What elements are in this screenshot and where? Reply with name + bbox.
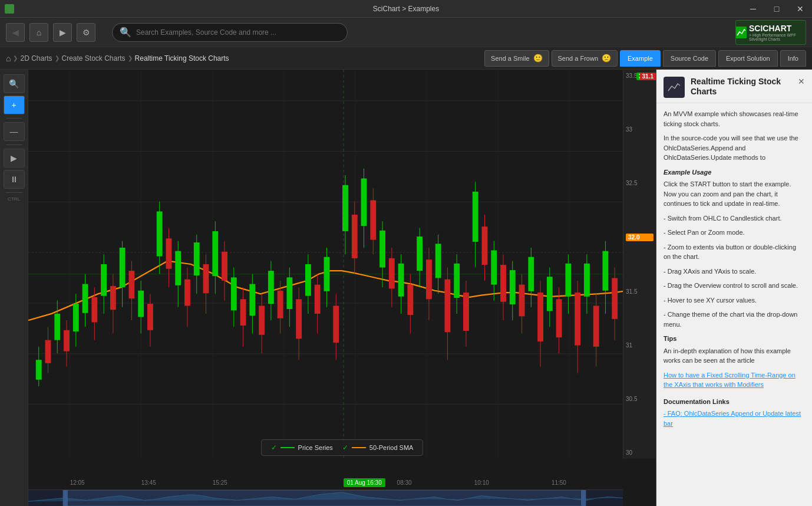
date-tooltip: 01 Aug 16:30: [344, 478, 385, 487]
send-smile-button[interactable]: Send a Smile 🙂: [484, 50, 549, 67]
forward-button[interactable]: ▶: [53, 23, 72, 42]
svg-rect-23: [64, 330, 70, 351]
right-panel: Realtime Ticking Stock Charts ✕ An MVVM …: [656, 70, 812, 506]
svg-rect-75: [305, 264, 311, 296]
svg-rect-49: [184, 280, 190, 306]
zoom-tool[interactable]: 🔍: [4, 74, 25, 93]
maximize-button[interactable]: □: [765, 0, 788, 18]
breadcrumb-sep-1: ❯: [13, 55, 18, 61]
svg-rect-99: [417, 236, 422, 271]
y-axis: 33.5 33 32.5 32.0 31.5 31.71 31.1 31 30.…: [623, 70, 656, 459]
breadcrumb-bar: ⌂ ❯ 2D Charts ❯ Create Stock Charts ❯ Re…: [0, 47, 812, 70]
fixed-scrolling-link[interactable]: How to have a Fixed Scrolling Time-Range…: [664, 372, 796, 389]
back-button[interactable]: ◀: [6, 23, 25, 42]
tab-export[interactable]: Export Solution: [718, 50, 778, 67]
faq-link[interactable]: - FAQ: OhlcDataSeries Append or Update l…: [664, 410, 801, 427]
y-label-305: 30.5: [626, 396, 653, 402]
svg-rect-47: [175, 251, 181, 285]
crosshair-tool[interactable]: +: [4, 96, 25, 114]
breadcrumb-2d-charts[interactable]: 2D Charts: [20, 54, 52, 63]
svg-rect-89: [370, 200, 376, 239]
settings-button[interactable]: ⚙: [77, 23, 95, 42]
svg-rect-69: [278, 291, 283, 318]
send-frown-button[interactable]: Send a Frown 🙁: [552, 50, 618, 67]
svg-rect-19: [45, 340, 51, 363]
svg-rect-133: [575, 293, 580, 345]
x-label-1: 12:05: [70, 479, 85, 486]
svg-rect-119: [510, 270, 516, 304]
svg-rect-55: [212, 231, 218, 276]
breadcrumb-sep-3: ❯: [128, 55, 133, 61]
logo-subtitle: > High Performance WPF Silverlight Chart…: [749, 33, 806, 41]
pause-tool[interactable]: ⏸: [4, 170, 25, 189]
svg-rect-45: [166, 238, 172, 268]
y-label-31: 31: [626, 342, 653, 349]
svg-rect-51: [194, 242, 200, 275]
price-series-check: ✓: [271, 443, 277, 452]
svg-rect-93: [389, 258, 395, 288]
tips-list: - Switch from OHLC to Candlestick chart.…: [664, 213, 805, 330]
logo-text: SCICHART: [749, 24, 806, 33]
overview-svg: [28, 490, 623, 506]
svg-rect-146: [581, 490, 586, 506]
svg-rect-145: [63, 490, 68, 506]
tip-4: - Drag XAxis and YAxis to scale.: [664, 267, 805, 277]
tab-info[interactable]: Info: [780, 50, 806, 67]
tips-title: Tips: [664, 334, 805, 344]
y-label-30: 30: [626, 449, 653, 456]
frown-icon: 🙁: [602, 54, 611, 63]
svg-rect-29: [91, 297, 97, 323]
tab-example[interactable]: Example: [620, 50, 661, 67]
close-panel-button[interactable]: ✕: [798, 77, 805, 86]
breadcrumb-create-stock[interactable]: Create Stock Charts: [62, 54, 126, 63]
tab-source-code[interactable]: Source Code: [663, 50, 716, 67]
panel-icon: [664, 77, 685, 98]
legend-sma: ✓ 50-Period SMA: [342, 443, 414, 452]
svg-rect-91: [379, 231, 385, 268]
breadcrumb-sep-2: ❯: [55, 55, 60, 61]
search-input[interactable]: [136, 28, 340, 37]
svg-rect-144: [63, 490, 586, 506]
svg-rect-41: [147, 304, 153, 330]
minimize-button[interactable]: ─: [741, 0, 765, 18]
svg-rect-139: [603, 251, 609, 291]
price-series-line: [280, 447, 295, 448]
overview-control[interactable]: [28, 489, 623, 506]
svg-rect-33: [110, 286, 116, 310]
sma-price-label: 32.0: [626, 234, 653, 241]
tooltip-price-label: 31.1: [640, 73, 656, 80]
svg-rect-65: [259, 305, 265, 334]
svg-rect-103: [435, 244, 441, 278]
close-button[interactable]: ✕: [788, 0, 812, 18]
breadcrumb-home[interactable]: ⌂: [6, 54, 11, 63]
search-icon: 🔍: [120, 27, 131, 38]
chart-legend: ✓ Price Series ✓ 50-Period SMA: [261, 439, 424, 456]
svg-rect-81: [333, 305, 339, 343]
tip-5: - Drag the Overview control to scroll an…: [664, 281, 805, 291]
svg-rect-97: [407, 285, 413, 315]
x-label-7: 11:50: [552, 479, 566, 486]
svg-rect-127: [547, 277, 553, 311]
svg-rect-109: [463, 293, 469, 331]
play-tool[interactable]: ▶: [4, 149, 25, 167]
description-1: An MVVM example which showcases real-tim…: [664, 109, 805, 129]
svg-rect-111: [473, 192, 478, 242]
x-label-5: 08:30: [397, 479, 412, 486]
home-button[interactable]: ⌂: [29, 23, 48, 42]
search-bar: 🔍: [112, 23, 348, 42]
svg-rect-131: [565, 264, 571, 297]
svg-rect-113: [482, 226, 488, 265]
svg-rect-95: [398, 264, 404, 297]
tip-1: - Switch from OHLC to Candlestick chart.: [664, 213, 805, 224]
titlebar: SciChart > Examples ─ □ ✕: [0, 0, 812, 18]
chart-area[interactable]: 33.5 33 32.5 32.0 31.5 31.71 31.1 31 30.…: [28, 70, 656, 506]
svg-rect-107: [454, 264, 460, 298]
svg-rect-43: [157, 212, 163, 257]
y-label-325: 32.5: [626, 180, 653, 186]
tool-separator-3: [6, 192, 22, 193]
minus-tool[interactable]: —: [4, 122, 25, 141]
svg-rect-85: [352, 215, 358, 258]
tool-separator-1: [6, 118, 22, 119]
tip-6: - Hover to see XY cursor values.: [664, 295, 805, 305]
x-label-6: 10:10: [474, 479, 489, 486]
